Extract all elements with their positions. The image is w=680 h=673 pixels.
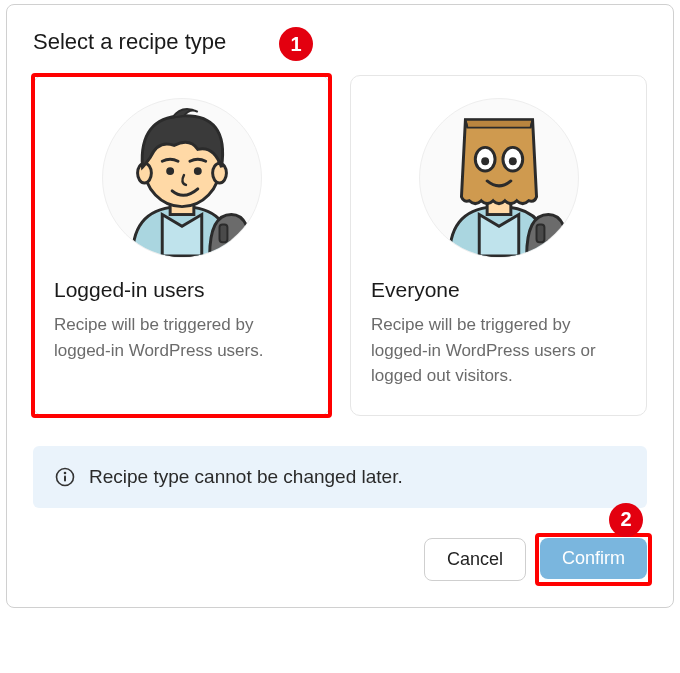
notice-banner: Recipe type cannot be changed later. — [33, 446, 647, 508]
confirm-button[interactable]: Confirm — [540, 538, 647, 579]
svg-point-12 — [508, 157, 516, 165]
svg-point-5 — [166, 167, 174, 175]
logged-in-user-avatar — [102, 98, 262, 258]
cancel-button[interactable]: Cancel — [424, 538, 526, 581]
svg-rect-15 — [64, 475, 66, 481]
svg-point-14 — [64, 471, 67, 474]
card-description: Recipe will be triggered by logged-in Wo… — [54, 312, 309, 363]
card-title: Logged-in users — [54, 278, 309, 302]
recipe-type-card-logged-in[interactable]: Logged-in users Recipe will be triggered… — [33, 75, 330, 416]
annotation-marker-2: 2 — [609, 503, 643, 537]
recipe-type-card-everyone[interactable]: Everyone Recipe will be triggered by log… — [350, 75, 647, 416]
dialog-title: Select a recipe type — [33, 29, 647, 55]
svg-rect-7 — [536, 224, 544, 242]
svg-point-11 — [481, 157, 489, 165]
select-recipe-type-dialog: 1 2 Select a recipe type — [6, 4, 674, 608]
card-description: Recipe will be triggered by logged-in Wo… — [371, 312, 626, 389]
card-title: Everyone — [371, 278, 626, 302]
everyone-avatar — [419, 98, 579, 258]
svg-point-6 — [193, 167, 201, 175]
recipe-type-cards: Logged-in users Recipe will be triggered… — [33, 75, 647, 416]
info-icon — [55, 467, 75, 487]
dialog-actions: Cancel Confirm — [33, 538, 647, 581]
notice-text: Recipe type cannot be changed later. — [89, 466, 403, 488]
svg-rect-0 — [219, 224, 227, 242]
svg-point-4 — [212, 163, 226, 183]
